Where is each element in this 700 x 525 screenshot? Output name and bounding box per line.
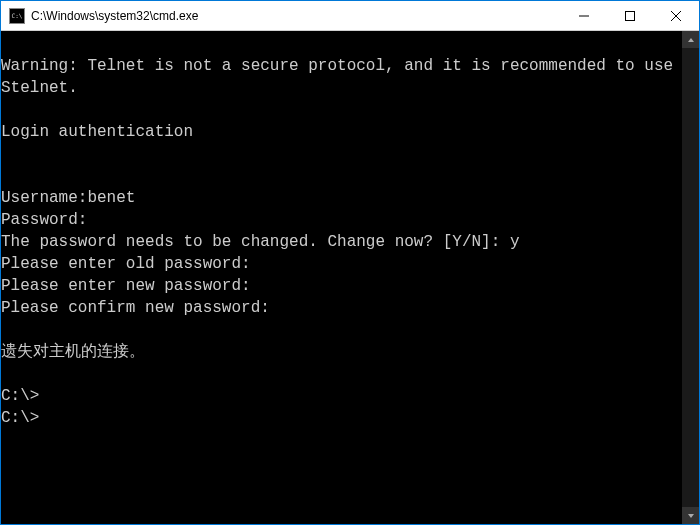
scrollbar-track[interactable] xyxy=(682,48,699,507)
close-icon xyxy=(671,11,681,21)
cmd-window: C:\Windows\system32\cmd.exe Warning: Tel… xyxy=(0,0,700,525)
maximize-icon xyxy=(625,11,635,21)
terminal-line: Username:benet xyxy=(1,187,682,209)
window-title: C:\Windows\system32\cmd.exe xyxy=(31,9,561,23)
terminal-line: Login authentication xyxy=(1,121,682,143)
minimize-button[interactable] xyxy=(561,1,607,30)
svg-marker-4 xyxy=(688,38,694,42)
terminal-line xyxy=(1,143,682,165)
chevron-down-icon xyxy=(687,512,695,520)
terminal-line xyxy=(1,99,682,121)
terminal-line xyxy=(1,363,682,385)
window-controls xyxy=(561,1,699,30)
terminal-line: The password needs to be changed. Change… xyxy=(1,231,682,253)
terminal-line: Password: xyxy=(1,209,682,231)
vertical-scrollbar[interactable] xyxy=(682,31,699,524)
titlebar[interactable]: C:\Windows\system32\cmd.exe xyxy=(1,1,699,31)
terminal-line: C:\> xyxy=(1,385,682,407)
maximize-button[interactable] xyxy=(607,1,653,30)
scroll-up-button[interactable] xyxy=(682,31,699,48)
terminal-line: C:\> xyxy=(1,407,682,429)
terminal-line: Please confirm new password: xyxy=(1,297,682,319)
terminal-line: Warning: Telnet is not a secure protocol… xyxy=(1,55,682,99)
terminal-line xyxy=(1,319,682,341)
svg-marker-5 xyxy=(688,514,694,518)
terminal-line: Please enter new password: xyxy=(1,275,682,297)
client-area: Warning: Telnet is not a secure protocol… xyxy=(1,31,699,524)
terminal-line xyxy=(1,165,682,187)
terminal-line xyxy=(1,33,682,55)
chevron-up-icon xyxy=(687,36,695,44)
close-button[interactable] xyxy=(653,1,699,30)
terminal-line: 遗失对主机的连接。 xyxy=(1,341,682,363)
terminal-output[interactable]: Warning: Telnet is not a secure protocol… xyxy=(1,31,682,524)
cmd-icon xyxy=(9,8,25,24)
minimize-icon xyxy=(579,11,589,21)
svg-rect-1 xyxy=(626,11,635,20)
scroll-down-button[interactable] xyxy=(682,507,699,524)
terminal-line: Please enter old password: xyxy=(1,253,682,275)
